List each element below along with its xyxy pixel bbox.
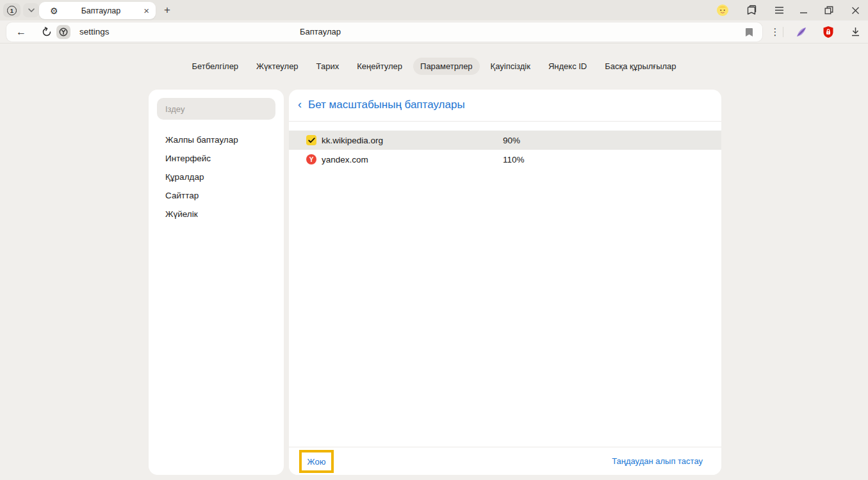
restore-icon bbox=[824, 6, 833, 15]
url-text[interactable]: settings bbox=[79, 27, 110, 36]
tab-yandex-id[interactable]: Яндекс ID bbox=[541, 58, 594, 75]
bookmark-button[interactable] bbox=[742, 26, 755, 38]
page-title[interactable]: Бет масштабының баптаулары bbox=[308, 99, 465, 111]
toolbar-divider bbox=[783, 27, 783, 37]
tab-list-chevron-button[interactable] bbox=[23, 3, 39, 17]
settings-sidebar: Жалпы баптаулар Интерфейс Құралдар Сайтт… bbox=[149, 90, 284, 475]
profile-avatar[interactable] bbox=[716, 4, 729, 17]
deselect-all-link[interactable]: Таңдаудан алып тастау bbox=[612, 456, 703, 466]
close-tab-icon[interactable]: × bbox=[143, 6, 149, 15]
sidebar-section-list: Жалпы баптаулар Интерфейс Құралдар Сайтт… bbox=[149, 131, 284, 223]
tab-downloads[interactable]: Жүктеулер bbox=[249, 58, 306, 75]
yandex-favicon-icon: Y bbox=[306, 154, 316, 164]
toolbar: ← settings Баптаулар bbox=[0, 20, 868, 44]
close-icon bbox=[851, 6, 860, 15]
panel-header: ‹ Бет масштабының баптаулары bbox=[289, 90, 721, 122]
site-zoom-value: 90% bbox=[503, 136, 520, 145]
sidebar-item-sites[interactable]: Сайттар bbox=[149, 186, 284, 205]
back-chevron-icon[interactable]: ‹ bbox=[298, 99, 302, 111]
avatar-icon bbox=[716, 4, 729, 17]
yandex-browser-icon bbox=[59, 28, 68, 36]
panel-footer: Жою Таңдаудан алып тастау bbox=[289, 447, 721, 475]
active-browser-tab[interactable]: ⚙ Баптаулар × bbox=[39, 2, 156, 19]
close-window-button[interactable] bbox=[849, 4, 862, 17]
settings-nav-tabs: Бетбелгілер Жүктеулер Тарих Кеңейтулер П… bbox=[0, 58, 868, 75]
tab-extensions[interactable]: Кеңейтулер bbox=[350, 58, 409, 75]
tab-title: Баптаулар bbox=[58, 6, 144, 15]
shield-lock-icon bbox=[823, 26, 834, 38]
download-icon bbox=[851, 27, 860, 37]
restore-window-button[interactable] bbox=[823, 4, 835, 17]
tab-settings[interactable]: Параметрлер bbox=[413, 58, 480, 75]
tabs-panel-button[interactable] bbox=[745, 4, 758, 17]
zoom-row-yandex[interactable]: Y yandex.com 110% bbox=[289, 150, 721, 169]
sidebar-item-interface[interactable]: Интерфейс bbox=[149, 149, 284, 168]
back-button[interactable]: ← bbox=[14, 25, 28, 39]
titlebar: 1 ⚙ Баптаулар × + bbox=[0, 0, 868, 20]
page-zoom-settings-panel: ‹ Бет масштабының баптаулары kk.wikipedi… bbox=[289, 90, 721, 475]
chevron-down-icon bbox=[28, 8, 35, 12]
browser-menu-button[interactable] bbox=[773, 4, 785, 17]
yandex-pen-extension-button[interactable] bbox=[794, 25, 808, 39]
zoom-row-wikipedia[interactable]: kk.wikipedia.org 90% bbox=[289, 131, 721, 150]
tab-count-button[interactable]: 1 bbox=[3, 3, 20, 17]
site-identity-badge[interactable] bbox=[56, 25, 70, 39]
hamburger-menu-icon bbox=[774, 6, 784, 14]
omnibox-page-title: Баптаулар bbox=[300, 27, 341, 36]
new-tab-button[interactable]: + bbox=[160, 3, 175, 18]
search-input[interactable] bbox=[157, 104, 275, 114]
site-zoom-value: 110% bbox=[503, 155, 525, 164]
minimize-icon bbox=[799, 6, 808, 14]
tab-count-badge: 1 bbox=[7, 6, 17, 15]
protect-button[interactable] bbox=[821, 25, 835, 39]
site-domain: kk.wikipedia.org bbox=[322, 136, 383, 145]
checkmark-icon bbox=[308, 138, 315, 143]
site-domain: yandex.com bbox=[322, 155, 368, 164]
delete-button-highlight-box: Жою bbox=[299, 450, 334, 473]
sidebar-item-system[interactable]: Жүйелік bbox=[149, 205, 284, 223]
settings-gear-icon: ⚙ bbox=[50, 6, 58, 15]
downloads-button[interactable] bbox=[848, 25, 862, 39]
tab-other-devices[interactable]: Басқа құрылғылар bbox=[598, 58, 683, 75]
vertical-dots-icon: ⋮ bbox=[771, 26, 780, 38]
tab-security[interactable]: Қауіпсіздік bbox=[484, 58, 537, 75]
tab-bookmarks[interactable]: Бетбелгілер bbox=[184, 58, 245, 75]
feather-icon bbox=[795, 26, 808, 38]
address-bar[interactable]: ← settings Баптаулар bbox=[6, 22, 762, 42]
zoom-site-list: kk.wikipedia.org 90% Y yandex.com 110% bbox=[289, 131, 721, 169]
row-checkbox-checked[interactable] bbox=[306, 135, 316, 145]
minimize-window-button[interactable] bbox=[797, 4, 810, 17]
reload-button[interactable] bbox=[40, 25, 54, 39]
sidebar-item-tools[interactable]: Құралдар bbox=[149, 168, 284, 186]
reload-icon bbox=[42, 27, 52, 37]
collections-bookmark-icon bbox=[746, 4, 757, 16]
tab-history[interactable]: Тарих bbox=[309, 58, 347, 75]
extensions-more-button[interactable]: ⋮ bbox=[768, 25, 782, 39]
delete-button[interactable]: Жою bbox=[307, 457, 326, 467]
sidebar-item-general[interactable]: Жалпы баптаулар bbox=[149, 131, 284, 149]
bookmark-icon bbox=[745, 28, 753, 37]
sidebar-search-box[interactable] bbox=[157, 98, 275, 120]
